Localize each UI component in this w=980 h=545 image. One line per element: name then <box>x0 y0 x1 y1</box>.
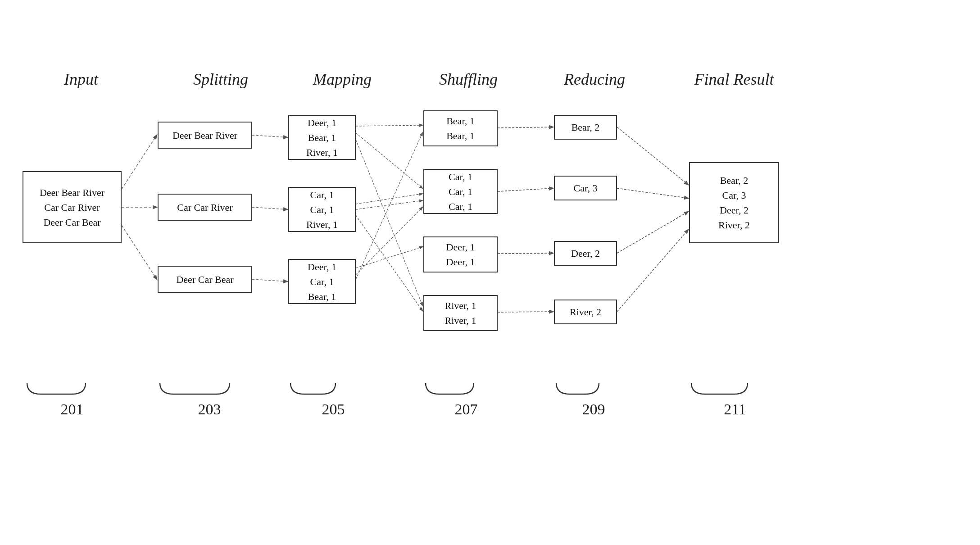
label-final: Final Result <box>676 70 793 89</box>
map1-box: Deer, 1 Bear, 1 River, 1 <box>288 115 356 160</box>
svg-line-14 <box>356 207 422 275</box>
svg-line-20 <box>617 188 688 198</box>
svg-line-21 <box>617 212 688 253</box>
svg-line-18 <box>498 312 553 312</box>
shuf4-box: River, 1 River, 1 <box>423 295 498 331</box>
shuf2-box: Car, 1 Car, 1 Car, 1 <box>423 169 498 214</box>
svg-line-22 <box>617 230 688 312</box>
shuf1-box: Bear, 1 Bear, 1 <box>423 110 498 146</box>
input-box: Deer Bear River Car Car River Deer Car B… <box>23 171 122 243</box>
svg-line-17 <box>498 253 553 254</box>
red4-box: River, 2 <box>554 300 617 324</box>
number-reducing: 209 <box>567 401 621 418</box>
svg-line-15 <box>498 127 553 128</box>
red3-box: Deer, 2 <box>554 241 617 266</box>
svg-line-8 <box>356 140 422 305</box>
svg-line-16 <box>498 188 553 191</box>
number-shuffling: 207 <box>439 401 493 418</box>
final-box: Bear, 2 Car, 3 Deer, 2 River, 2 <box>689 162 779 243</box>
label-mapping: Mapping <box>297 70 387 89</box>
svg-line-3 <box>252 135 287 137</box>
svg-line-4 <box>252 207 287 209</box>
split2-box: Car Car River <box>158 194 252 221</box>
svg-line-9 <box>356 194 422 204</box>
svg-line-19 <box>617 127 688 185</box>
red2-box: Car, 3 <box>554 176 617 200</box>
svg-line-0 <box>122 135 157 189</box>
number-final: 211 <box>708 401 762 418</box>
number-mapping: 205 <box>306 401 360 418</box>
svg-line-12 <box>356 247 422 268</box>
label-splitting: Splitting <box>171 70 270 89</box>
label-input: Input <box>36 70 126 89</box>
svg-line-11 <box>356 215 422 311</box>
svg-line-6 <box>356 125 422 126</box>
svg-line-7 <box>356 133 422 188</box>
split1-box: Deer Bear River <box>158 122 252 149</box>
svg-line-13 <box>356 133 422 279</box>
label-shuffling: Shuffling <box>423 70 513 89</box>
red1-box: Bear, 2 <box>554 115 617 140</box>
shuf3-box: Deer, 1 Deer, 1 <box>423 236 498 272</box>
svg-line-5 <box>252 279 287 282</box>
label-reducing: Reducing <box>549 70 640 89</box>
map2-box: Car, 1 Car, 1 River, 1 <box>288 187 356 232</box>
split3-box: Deer Car Bear <box>158 266 252 293</box>
map3-box: Deer, 1 Car, 1 Bear, 1 <box>288 259 356 304</box>
number-input: 201 <box>45 401 99 418</box>
diagram: Input Splitting Mapping Shuffling Reduci… <box>0 0 980 545</box>
number-splitting: 203 <box>182 401 236 418</box>
svg-line-2 <box>122 225 157 279</box>
svg-line-10 <box>356 200 422 209</box>
